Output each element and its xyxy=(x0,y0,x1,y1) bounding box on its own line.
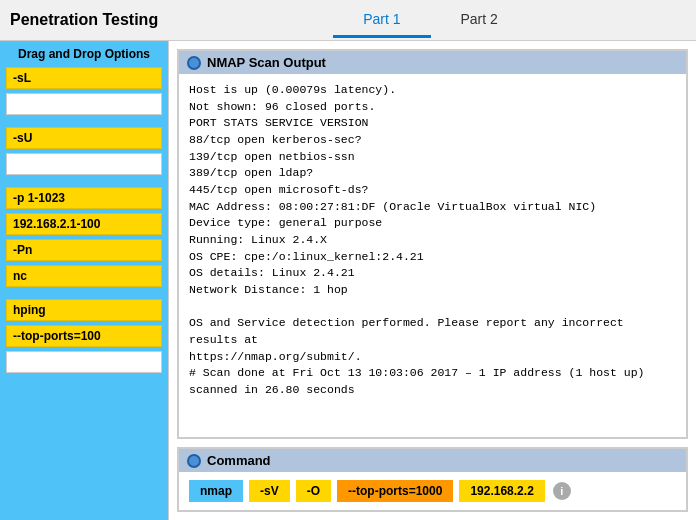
drag-item-ip-range[interactable]: 192.168.2.1-100 xyxy=(6,213,162,235)
drag-spacer-1 xyxy=(6,119,162,127)
command-title: Command xyxy=(207,453,271,468)
drag-item-su[interactable]: -sU xyxy=(6,127,162,149)
header: Penetration Testing Part 1 Part 2 xyxy=(0,0,696,40)
drag-item-nc[interactable]: nc xyxy=(6,265,162,287)
command-content: nmap -sV -O --top-ports=1000 192.168.2.2… xyxy=(179,472,686,510)
drag-spacer-2 xyxy=(6,179,162,187)
cmd-token-o[interactable]: -O xyxy=(296,480,331,502)
drag-slot-1[interactable] xyxy=(6,93,162,115)
cmd-token-sv[interactable]: -sV xyxy=(249,480,290,502)
tab-part2[interactable]: Part 2 xyxy=(431,3,528,38)
cmd-token-top-ports[interactable]: --top-ports=1000 xyxy=(337,480,453,502)
sidebar: Drag and Drop Options -sL -sU -p 1-1023 … xyxy=(0,41,168,520)
tab-bar: Part 1 Part 2 xyxy=(175,3,686,38)
cmd-token-ip[interactable]: 192.168.2.2 xyxy=(459,480,544,502)
drag-slot-2[interactable] xyxy=(6,153,162,175)
drag-slot-3[interactable] xyxy=(6,351,162,373)
drag-item-pn[interactable]: -Pn xyxy=(6,239,162,261)
nmap-header-icon xyxy=(187,56,201,70)
drag-item-p-range[interactable]: -p 1-1023 xyxy=(6,187,162,209)
drag-item-top-ports[interactable]: --top-ports=100 xyxy=(6,325,162,347)
nmap-output-content: Host is up (0.00079s latency). Not shown… xyxy=(179,74,686,437)
drag-item-sl[interactable]: -sL xyxy=(6,67,162,89)
drag-item-hping[interactable]: hping xyxy=(6,299,162,321)
right-panel: NMAP Scan Output Host is up (0.00079s la… xyxy=(168,41,696,520)
nmap-output-header: NMAP Scan Output xyxy=(179,51,686,74)
drag-spacer-3 xyxy=(6,291,162,299)
command-box: Command nmap -sV -O --top-ports=1000 192… xyxy=(177,447,688,512)
cmd-token-nmap[interactable]: nmap xyxy=(189,480,243,502)
nmap-output-box: NMAP Scan Output Host is up (0.00079s la… xyxy=(177,49,688,439)
sidebar-title: Drag and Drop Options xyxy=(6,47,162,61)
main-content: Drag and Drop Options -sL -sU -p 1-1023 … xyxy=(0,40,696,520)
command-header: Command xyxy=(179,449,686,472)
command-header-icon xyxy=(187,454,201,468)
info-icon[interactable]: i xyxy=(553,482,571,500)
nmap-output-title: NMAP Scan Output xyxy=(207,55,326,70)
tab-part1[interactable]: Part 1 xyxy=(333,3,430,38)
app-title: Penetration Testing xyxy=(10,11,175,29)
